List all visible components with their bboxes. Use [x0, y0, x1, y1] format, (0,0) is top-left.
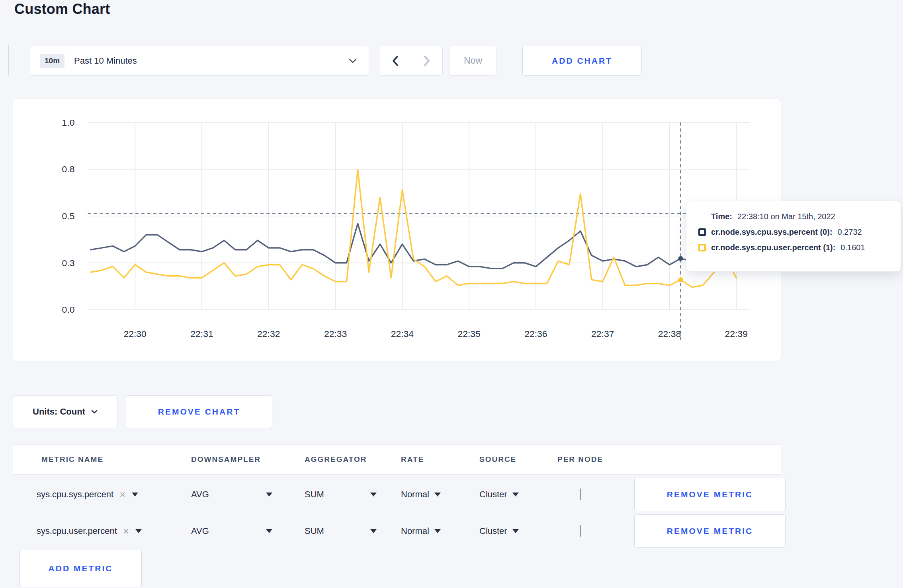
remove-metric-button[interactable]: REMOVE METRIC: [634, 478, 786, 511]
tooltip-series-row: cr.node.sys.cpu.user.percent (1): 0.1601: [698, 243, 901, 252]
tooltip-sys-label: cr.node.sys.cpu.sys.percent (0):: [711, 228, 833, 237]
col-aggregator: AGGREGATOR: [305, 455, 401, 464]
downsampler-select[interactable]: AVG: [191, 489, 272, 500]
metric-name: sys.cpu.sys.percent: [37, 489, 113, 500]
series-user-swatch-icon: [698, 244, 706, 251]
clear-metric-icon[interactable]: ×: [123, 526, 129, 536]
col-downsampler: DOWNSAMPLER: [191, 455, 305, 464]
svg-text:22:37: 22:37: [591, 329, 614, 339]
cpu-percent-chart[interactable]: 0.00.30.50.81.022:3022:3122:3222:3322:34…: [13, 99, 781, 361]
remove-chart-button[interactable]: REMOVE CHART: [126, 395, 272, 428]
rate-select[interactable]: Normal: [401, 489, 479, 500]
chevron-right-icon: [423, 55, 431, 67]
units-label: Units: Count: [33, 407, 85, 417]
svg-text:22:35: 22:35: [457, 329, 480, 339]
tooltip-user-label: cr.node.sys.cpu.user.percent (1):: [711, 243, 835, 252]
svg-text:1.0: 1.0: [62, 117, 75, 128]
svg-text:0.0: 0.0: [62, 304, 75, 315]
time-range-label: Past 10 Minutes: [74, 56, 137, 66]
col-source: SOURCE: [479, 455, 557, 464]
chevron-down-icon: [348, 58, 358, 64]
tooltip-sys-value: 0.2732: [838, 228, 862, 237]
col-rate: RATE: [401, 455, 479, 464]
chart-tooltip: Time: 22:38:10 on Mar 15th, 2022 cr.node…: [686, 201, 901, 272]
caret-down-icon: [266, 493, 272, 496]
add-metric-label: ADD METRIC: [49, 564, 113, 573]
svg-text:0.3: 0.3: [62, 258, 75, 268]
svg-text:22:38: 22:38: [658, 329, 681, 339]
remove-chart-label: REMOVE CHART: [158, 407, 240, 417]
tooltip-time-value: 22:38:10 on Mar 15th, 2022: [737, 212, 835, 221]
table-row: sys.cpu.sys.percent × AVG SUM Normal Clu…: [13, 477, 781, 512]
time-range-badge: 10m: [40, 54, 64, 68]
metric-name-select[interactable]: sys.cpu.sys.percent ×: [37, 489, 191, 500]
metrics-table-header: METRIC NAME DOWNSAMPLER AGGREGATOR RATE …: [13, 444, 781, 475]
svg-text:22:31: 22:31: [190, 329, 213, 339]
col-metric-name: METRIC NAME: [41, 455, 191, 464]
tooltip-user-value: 0.1601: [840, 243, 865, 252]
add-chart-label: ADD CHART: [552, 56, 612, 66]
svg-text:22:32: 22:32: [257, 329, 280, 339]
per-node-checkbox[interactable]: [580, 525, 581, 537]
now-button[interactable]: Now: [449, 46, 497, 76]
downsampler-select[interactable]: AVG: [191, 526, 272, 536]
units-selector[interactable]: Units: Count: [13, 395, 118, 428]
metric-name: sys.cpu.user.percent: [37, 526, 117, 536]
prev-time-button[interactable]: [379, 46, 411, 75]
aggregator-select[interactable]: SUM: [305, 526, 377, 536]
chevron-left-icon: [391, 55, 399, 67]
svg-text:22:39: 22:39: [725, 329, 748, 339]
chart-card: 0.00.30.50.81.022:3022:3122:3222:3322:34…: [13, 99, 781, 361]
caret-down-icon: [434, 529, 441, 533]
remove-metric-button[interactable]: REMOVE METRIC: [634, 514, 786, 548]
time-nav-group: [379, 46, 443, 76]
per-node-checkbox[interactable]: [580, 489, 581, 500]
tooltip-time-label: Time:: [711, 212, 732, 221]
rate-select[interactable]: Normal: [401, 526, 479, 536]
metric-name-select[interactable]: sys.cpu.user.percent ×: [37, 526, 191, 536]
svg-text:0.8: 0.8: [62, 164, 75, 174]
aggregator-select[interactable]: SUM: [305, 489, 377, 500]
col-per-node: PER NODE: [557, 455, 634, 464]
chevron-down-icon: [91, 409, 98, 414]
page-title: Custom Chart: [14, 1, 110, 18]
svg-text:22:34: 22:34: [391, 329, 414, 339]
caret-down-icon: [434, 493, 441, 496]
add-chart-button[interactable]: ADD CHART: [522, 46, 642, 76]
svg-text:22:36: 22:36: [524, 329, 547, 339]
caret-down-icon: [135, 529, 142, 533]
caret-down-icon: [512, 529, 519, 533]
svg-text:0.5: 0.5: [62, 211, 75, 221]
clear-metric-icon[interactable]: ×: [119, 489, 125, 500]
now-button-label: Now: [464, 55, 482, 66]
source-select[interactable]: Cluster: [479, 489, 557, 500]
caret-down-icon: [512, 493, 519, 496]
caret-down-icon: [370, 493, 377, 496]
time-range-selector[interactable]: 10m Past 10 Minutes: [30, 46, 369, 76]
source-select[interactable]: Cluster: [479, 526, 557, 536]
svg-text:22:33: 22:33: [324, 329, 347, 339]
svg-text:22:30: 22:30: [124, 329, 147, 339]
caret-down-icon: [370, 529, 377, 533]
caret-down-icon: [266, 529, 272, 533]
next-time-button[interactable]: [411, 46, 442, 75]
toolbar-divider: [8, 45, 9, 76]
series-sys-swatch-icon: [698, 228, 706, 236]
add-metric-button[interactable]: ADD METRIC: [20, 550, 142, 587]
tooltip-time-row: Time: 22:38:10 on Mar 15th, 2022: [698, 212, 901, 221]
tooltip-series-row: cr.node.sys.cpu.sys.percent (0): 0.2732: [698, 228, 901, 237]
caret-down-icon: [132, 493, 138, 496]
table-row: sys.cpu.user.percent × AVG SUM Normal Cl…: [13, 514, 781, 548]
